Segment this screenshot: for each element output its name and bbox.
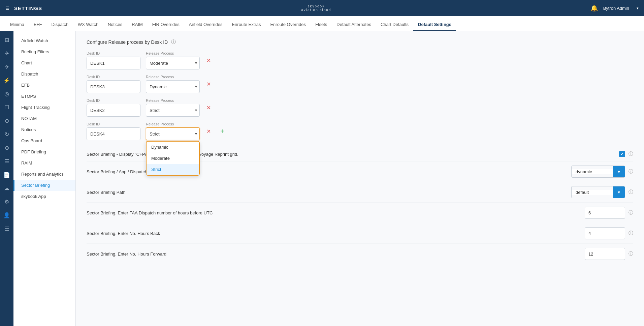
- tab-enroute-extras[interactable]: Enroute Extras: [227, 19, 265, 31]
- cfp-info-icon[interactable]: ⓘ: [629, 151, 633, 157]
- desk1-id-input[interactable]: [87, 57, 140, 69]
- sidebar-icon-menu[interactable]: ☰: [1, 223, 13, 235]
- desk2-id-group: Desk ID: [87, 98, 140, 117]
- add-desk-button[interactable]: +: [219, 126, 226, 137]
- desk3-delete-button[interactable]: ✕: [205, 80, 212, 89]
- bell-icon[interactable]: 🔔: [590, 4, 598, 12]
- dispatcher-mode-info-icon[interactable]: ⓘ: [629, 169, 633, 175]
- desk3-process-label: Release Process: [146, 75, 200, 79]
- dropdown-option-dynamic[interactable]: Dynamic: [147, 142, 199, 153]
- sidebar-icon-airplane2[interactable]: ✈: [1, 61, 13, 73]
- tab-chart-defaults[interactable]: Chart Defaults: [376, 19, 413, 31]
- desk2-process-group: Release Process Dynamic Moderate Strict …: [146, 98, 200, 117]
- briefing-path-label: Sector Briefing Path: [87, 190, 566, 195]
- sidebar-icon-document[interactable]: ☐: [1, 101, 13, 113]
- sidebar-icon-airplane1[interactable]: ✈: [1, 47, 13, 59]
- tab-minima[interactable]: Minima: [5, 19, 29, 31]
- dropdown-option-strict[interactable]: Strict: [147, 164, 199, 175]
- desk3-id-group: Desk ID: [87, 75, 140, 93]
- dispatcher-mode-arrow-icon[interactable]: ▾: [613, 166, 625, 178]
- sidebar-icon-gear[interactable]: ⚙: [1, 196, 13, 208]
- sidebar-icon-user[interactable]: 👤: [1, 209, 13, 221]
- sidebar-item-briefing-filters[interactable]: Briefing Filters: [13, 46, 75, 57]
- sidebar-item-pdf-briefing[interactable]: PDF Briefing: [13, 146, 75, 157]
- logo: skybook aviation cloud: [301, 4, 331, 12]
- faa-hours-input[interactable]: [585, 207, 625, 219]
- right-icons: 🔔 Bytron Admin ▾: [590, 4, 639, 12]
- tab-enroute-overrides[interactable]: Enroute Overrides: [265, 19, 311, 31]
- briefing-path-arrow-icon[interactable]: ▾: [613, 186, 625, 198]
- tab-fleets[interactable]: Fleets: [311, 19, 332, 31]
- desk2-row: Desk ID Release Process Dynamic Moderate…: [87, 98, 633, 117]
- desk1-process-select[interactable]: Dynamic Moderate Strict: [146, 57, 200, 69]
- sidebar-item-flight-tracking[interactable]: Flight Tracking: [13, 102, 75, 113]
- tab-wx-watch[interactable]: WX Watch: [73, 19, 103, 31]
- sidebar-item-etops[interactable]: ETOPS: [13, 91, 75, 102]
- hours-back-label: Sector Briefing. Enter No. Hours Back: [87, 231, 579, 236]
- briefing-path-dropdown[interactable]: default ▾: [571, 186, 625, 198]
- desk2-delete-button[interactable]: ✕: [205, 103, 212, 112]
- desk4-delete-button[interactable]: ✕: [205, 127, 212, 136]
- menu-icon[interactable]: ☰: [5, 6, 9, 11]
- dispatcher-mode-dropdown[interactable]: dynamic ▾: [571, 166, 625, 178]
- sidebar-item-chart[interactable]: Chart: [13, 57, 75, 68]
- tab-airfield-overrides[interactable]: Airfield Overrides: [184, 19, 227, 31]
- setting-row-briefing-path: Sector Briefing Path default ▾ ⓘ: [87, 182, 633, 203]
- desk2-process-select[interactable]: Dynamic Moderate Strict: [146, 104, 200, 117]
- tab-dispatch[interactable]: Dispatch: [46, 19, 73, 31]
- faa-hours-info-icon[interactable]: ⓘ: [629, 210, 633, 216]
- sidebar-icon-cloud[interactable]: ☁: [1, 182, 13, 194]
- sidebar-item-airfield-watch[interactable]: Airfield Watch: [13, 35, 75, 46]
- sidebar-icon-grid[interactable]: ⊞: [1, 34, 13, 46]
- tab-raim[interactable]: RAIM: [127, 19, 148, 31]
- sidebar-item-sector-briefing[interactable]: Sector Briefing: [13, 180, 75, 191]
- sidebar-icon-plus-circle[interactable]: ⊕: [1, 142, 13, 154]
- desk1-process-group: Release Process Dynamic Moderate Strict …: [146, 51, 200, 69]
- sidebar-item-dispatch[interactable]: Dispatch: [13, 68, 75, 80]
- sidebar-icon-pdf[interactable]: 📄: [1, 169, 13, 181]
- tab-bar: Minima EFF Dispatch WX Watch Notices RAI…: [0, 16, 644, 31]
- hours-forward-input[interactable]: [585, 248, 625, 260]
- dispatcher-mode-control: dynamic ▾ ⓘ: [571, 166, 633, 178]
- hours-back-info-icon[interactable]: ⓘ: [629, 230, 633, 236]
- main-layout: ⊞ ✈ ✈ ⚡ ◎ ☐ ⊙ ↻ ⊕ ☰ 📄 ☁ ⚙ 👤 ☰ Airfield W…: [0, 31, 644, 326]
- configure-info-icon[interactable]: ⓘ: [171, 39, 176, 45]
- sidebar-icon-list[interactable]: ☰: [1, 155, 13, 167]
- desk1-delete-button[interactable]: ✕: [205, 56, 212, 65]
- briefing-path-info-icon[interactable]: ⓘ: [629, 189, 633, 195]
- dispatcher-mode-value: dynamic: [572, 169, 613, 174]
- desk4-process-select[interactable]: Dynamic Moderate Strict: [146, 127, 200, 140]
- sidebar-item-raim[interactable]: RAIM: [13, 157, 75, 169]
- sidebar-icon-refresh[interactable]: ↻: [1, 128, 13, 140]
- sidebar-item-reports-analytics[interactable]: Reports and Analytics: [13, 169, 75, 180]
- sidebar-icon-clock[interactable]: ⊙: [1, 115, 13, 127]
- sidebar-item-skybook-app[interactable]: skybook App: [13, 191, 75, 202]
- cfp-checkbox[interactable]: [619, 151, 625, 157]
- desk1-id-label: Desk ID: [87, 51, 140, 55]
- hours-back-input[interactable]: [585, 227, 625, 239]
- desk2-id-input[interactable]: [87, 104, 140, 117]
- dropdown-option-moderate[interactable]: Moderate: [147, 153, 199, 164]
- tab-notices[interactable]: Notices: [103, 19, 127, 31]
- desk1-id-group: Desk ID: [87, 51, 140, 69]
- sidebar-icon-target[interactable]: ◎: [1, 88, 13, 100]
- desk3-id-input[interactable]: [87, 80, 140, 93]
- sidebar-item-notam[interactable]: NOTAM: [13, 113, 75, 124]
- tab-eff[interactable]: EFF: [29, 19, 47, 31]
- chevron-down-icon[interactable]: ▾: [637, 6, 639, 10]
- briefing-path-control: default ▾ ⓘ: [571, 186, 633, 198]
- hours-forward-label: Sector Briefing. Enter No. Hours Forward: [87, 251, 579, 257]
- hours-forward-info-icon[interactable]: ⓘ: [629, 251, 633, 257]
- desk4-process-label: Release Process: [146, 122, 200, 126]
- setting-row-faa-hours: Sector Briefing. Enter FAA Dispatch numb…: [87, 203, 633, 223]
- tab-default-alternates[interactable]: Default Alternates: [332, 19, 376, 31]
- desk4-id-group: Desk ID: [87, 122, 140, 140]
- desk3-process-select[interactable]: Dynamic Moderate Strict: [146, 80, 200, 93]
- tab-fir-overrides[interactable]: FIR Overrides: [148, 19, 184, 31]
- sidebar-item-efb[interactable]: EFB: [13, 80, 75, 91]
- sidebar-item-ops-board[interactable]: Ops Board: [13, 135, 75, 146]
- tab-default-settings[interactable]: Default Settings: [413, 19, 456, 31]
- sidebar-item-notices[interactable]: Notices: [13, 124, 75, 135]
- sidebar-icon-lightning[interactable]: ⚡: [1, 74, 13, 86]
- desk4-id-input[interactable]: [87, 127, 140, 140]
